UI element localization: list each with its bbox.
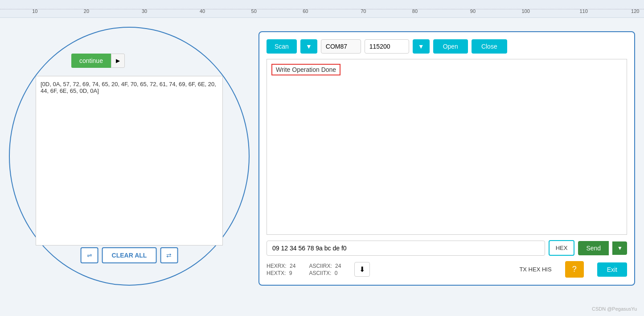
ruler-tick: 10 — [32, 8, 37, 14]
send-row: HEX Send ▼ — [267, 240, 627, 256]
ruler-tick: 70 — [361, 8, 366, 14]
ruler-tick: 60 — [303, 8, 308, 14]
hex-rx-group: HEXRX: 24 HEXTX: 9 — [267, 263, 295, 276]
port-input[interactable] — [321, 39, 361, 54]
ruler-tick: 100 — [521, 8, 529, 14]
send-button[interactable]: Send — [578, 241, 609, 255]
ruler-tick: 90 — [470, 8, 476, 14]
download-icon-button[interactable]: ⬇ — [354, 262, 370, 277]
hex-tx-label: HEXTX: 9 — [267, 270, 295, 276]
ruler-tick: 120 — [631, 8, 639, 14]
status-bar: HEXRX: 24 HEXTX: 9 ASCIIRX: 24 ASCIITX: … — [267, 261, 627, 278]
continue-button[interactable]: continue — [71, 54, 111, 68]
send-dropdown-button[interactable]: ▼ — [612, 241, 627, 255]
baud-input[interactable] — [365, 39, 409, 54]
output-area: Write Operation Done — [267, 59, 627, 235]
hex-rx-label: HEXRX: 24 — [267, 263, 295, 269]
right-panel: Scan ▼ ▼ Open Close Write Operation Done… — [258, 31, 635, 286]
hex-button[interactable]: HEX — [549, 240, 575, 256]
continue-dropdown-button[interactable]: ▶ — [111, 54, 125, 68]
send-input[interactable] — [267, 241, 545, 256]
ruler-tick: 50 — [251, 8, 257, 14]
scan-dropdown-button[interactable]: ▼ — [300, 39, 317, 54]
ascii-rx-label: ASCIIRX: 24 — [309, 263, 341, 269]
open-button[interactable]: Open — [433, 39, 468, 54]
ruler: 10 20 30 40 50 60 70 80 90 100 110 120 — [0, 0, 644, 18]
watermark: CSDN @PegasusYu — [592, 306, 637, 312]
ruler-tick: 40 — [200, 8, 205, 14]
scan-button[interactable]: Scan — [267, 39, 297, 54]
ruler-tick: 30 — [142, 8, 147, 14]
ruler-tick: 110 — [580, 8, 588, 14]
icon-left-button[interactable]: ⇌ — [81, 247, 98, 263]
clear-all-button[interactable]: CLEAR ALL — [102, 247, 157, 263]
data-text: [0D, 0A, 57, 72, 69, 74, 65, 20, 4F, 70,… — [41, 81, 216, 94]
circle-panel: continue ▶ [0D, 0A, 57, 72, 69, 74, 65, … — [9, 27, 250, 286]
help-button[interactable]: ? — [565, 261, 584, 278]
write-operation-badge: Write Operation Done — [271, 64, 340, 75]
tx-hex-his-label: TX HEX HIS — [519, 266, 551, 273]
ruler-tick: 80 — [412, 8, 418, 14]
exit-button[interactable]: Exit — [597, 262, 627, 277]
data-display-area: [0D, 0A, 57, 72, 69, 74, 65, 20, 4F, 70,… — [36, 76, 223, 245]
toolbar: Scan ▼ ▼ Open Close — [267, 39, 627, 54]
ascii-group: ASCIIRX: 24 ASCIITX: 0 — [309, 263, 341, 276]
baud-dropdown-button[interactable]: ▼ — [413, 39, 430, 54]
ascii-tx-label: ASCIITX: 0 — [309, 270, 341, 276]
ruler-tick: 20 — [84, 8, 89, 14]
icon-right-button[interactable]: ⇄ — [160, 247, 178, 263]
close-button[interactable]: Close — [472, 39, 507, 54]
